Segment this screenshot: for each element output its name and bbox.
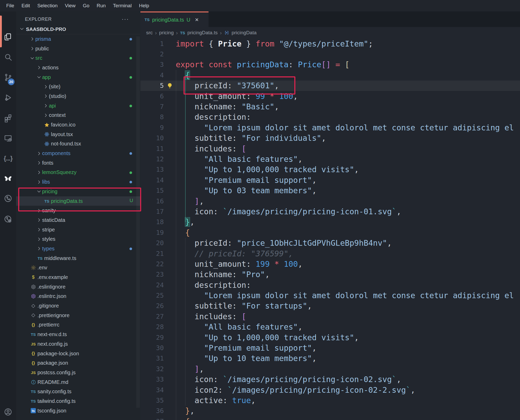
folder-stripe[interactable]: stripe: [16, 225, 140, 235]
activity-run-and-debug[interactable]: [0, 90, 16, 106]
folder-types[interactable]: types: [16, 244, 140, 254]
line-number[interactable]: 24: [140, 281, 164, 289]
line-number[interactable]: 10: [140, 134, 164, 142]
file-sanity-config-ts[interactable]: TSsanity.config.ts: [16, 387, 140, 396]
code-line-21[interactable]: 21 // priceId: "376599",: [140, 248, 520, 259]
activity-explorer[interactable]: [0, 29, 16, 46]
file-layout-tsx[interactable]: layout.tsx: [16, 130, 140, 139]
folder-styles[interactable]: styles: [16, 234, 140, 244]
root-folder-row[interactable]: SAASBOLD-PRO: [16, 24, 140, 34]
breadcrumb-item[interactable]: pricingData: [232, 30, 257, 36]
code-line-15[interactable]: 15 "Up to 03 team members",: [140, 185, 520, 196]
line-number[interactable]: 18: [140, 218, 164, 226]
code-line-6[interactable]: 6 unit_amount: 99 * 100,: [140, 91, 520, 101]
code-line-9[interactable]: 9 "Lorem ipsum dolor sit amet dolorol me…: [140, 122, 520, 133]
folder-prisma[interactable]: prisma: [16, 34, 140, 44]
code-line-18[interactable]: 18 },: [140, 217, 520, 227]
menu-run[interactable]: Run: [93, 0, 109, 11]
code-line-22[interactable]: 22 unit_amount: 199 * 100,: [140, 259, 520, 269]
code-line-31[interactable]: 31 "Up to 10 team members",: [140, 353, 520, 364]
menu-edit[interactable]: Edit: [18, 0, 34, 11]
code-line-19[interactable]: 19 {: [140, 227, 520, 238]
lightbulb-icon[interactable]: [164, 82, 176, 89]
code-line-12[interactable]: 12 "All basic features",: [140, 154, 520, 164]
line-number[interactable]: 36: [140, 407, 164, 415]
more-actions-icon[interactable]: ···: [122, 18, 129, 21]
file--eslintrc-json[interactable]: .eslintrc.json: [16, 292, 140, 301]
line-number[interactable]: 37: [140, 418, 164, 420]
folder-lemonsqueezy[interactable]: lemonSqueezy: [16, 168, 140, 177]
file-tsconfig-json[interactable]: tstsconfig.json: [16, 406, 140, 416]
line-number[interactable]: 33: [140, 376, 164, 383]
code-line-1[interactable]: 1import { Price } from "@/types/priceIte…: [140, 38, 520, 49]
line-number[interactable]: 6: [140, 92, 164, 100]
activity-source-control[interactable]: 20: [0, 70, 16, 86]
code-line-33[interactable]: 33 icon: `/images/pricing/pricing-icon-0…: [140, 374, 520, 385]
line-number[interactable]: 32: [140, 365, 164, 373]
activity-gitlens-extension[interactable]: [0, 211, 16, 228]
code-line-30[interactable]: 30 "Premium email support",: [140, 343, 520, 353]
code-line-29[interactable]: 29 "Up to 1,000,000 tracked visits",: [140, 332, 520, 343]
file--prettierrc[interactable]: {}.prettierrc: [16, 320, 140, 330]
menu-terminal[interactable]: Terminal: [109, 0, 135, 11]
file-favicon-ico[interactable]: favicon.ico: [16, 120, 140, 130]
file--env[interactable]: .env: [16, 263, 140, 273]
menu-go[interactable]: Go: [79, 0, 93, 11]
line-number[interactable]: 13: [140, 166, 164, 173]
code-line-7[interactable]: 7 nickname: "Basic",: [140, 101, 520, 112]
folder-src[interactable]: src: [16, 53, 140, 63]
menu-file[interactable]: File: [3, 0, 18, 11]
code-line-28[interactable]: 28 "All basic features",: [140, 322, 520, 332]
line-number[interactable]: 29: [140, 334, 164, 341]
line-number[interactable]: 22: [140, 260, 164, 268]
file--eslintignore[interactable]: .eslintignore: [16, 282, 140, 292]
line-number[interactable]: 30: [140, 344, 164, 352]
line-number[interactable]: 8: [140, 113, 164, 121]
line-number[interactable]: 31: [140, 355, 164, 362]
folder-components[interactable]: components: [16, 149, 140, 158]
file-readme-md[interactable]: README.md: [16, 377, 140, 387]
line-number[interactable]: 3: [140, 61, 164, 68]
code-line-25[interactable]: 25 "Lorem ipsum dolor sit amet dolorol m…: [140, 290, 520, 301]
code-editor[interactable]: 1import { Price } from "@/types/priceIte…: [140, 38, 520, 420]
file-middleware-ts[interactable]: TSmiddleware.ts: [16, 254, 140, 263]
code-line-26[interactable]: 26 subtitle: "For startups",: [140, 301, 520, 311]
folder-pricing[interactable]: pricing: [16, 187, 140, 196]
activity-account[interactable]: [0, 404, 16, 420]
line-number[interactable]: 12: [140, 155, 164, 163]
code-line-17[interactable]: 17 icon: `/images/pricing/pricing-icon-0…: [140, 206, 520, 217]
menu-selection[interactable]: Selection: [34, 0, 61, 11]
folder-sanity[interactable]: sanity: [16, 206, 140, 215]
folder-fonts[interactable]: fonts: [16, 158, 140, 168]
line-number[interactable]: 14: [140, 176, 164, 184]
code-line-24[interactable]: 24 description:: [140, 280, 520, 290]
file-next-config-js[interactable]: JSnext.config.js: [16, 339, 140, 349]
line-number[interactable]: 28: [140, 323, 164, 331]
folder-actions[interactable]: actions: [16, 63, 140, 72]
code-line-14[interactable]: 14 "Premium email support",: [140, 175, 520, 185]
breadcrumb-item[interactable]: src: [146, 30, 153, 36]
file-next-env-d-ts[interactable]: TSnext-env.d.ts: [16, 330, 140, 339]
menu-help[interactable]: Help: [135, 0, 153, 11]
file--prettierignore[interactable]: .prettierignore: [16, 311, 140, 320]
code-line-37[interactable]: 37 {: [140, 416, 520, 420]
file-pricingdata-ts[interactable]: TSpricingData.tsU: [16, 196, 140, 206]
line-number[interactable]: 1: [140, 40, 164, 48]
code-line-34[interactable]: 34 icon2: `/images/pricing/pricing-icon-…: [140, 385, 520, 395]
line-number[interactable]: 15: [140, 187, 164, 194]
line-number[interactable]: 35: [140, 397, 164, 404]
folder-staticdata[interactable]: staticData: [16, 215, 140, 225]
line-number[interactable]: 20: [140, 239, 164, 247]
code-line-23[interactable]: 23 nickname: "Pro",: [140, 269, 520, 280]
code-line-2[interactable]: 2: [140, 49, 520, 59]
code-line-4[interactable]: 4 {: [140, 70, 520, 80]
tab-pricingdata[interactable]: TS pricingData.ts U ×: [140, 11, 209, 27]
line-number[interactable]: 23: [140, 271, 164, 278]
activity-extensions[interactable]: [0, 110, 16, 127]
line-number[interactable]: 9: [140, 124, 164, 131]
code-line-11[interactable]: 11 includes: [: [140, 143, 520, 154]
activity-braces-extension[interactable]: {...}: [0, 150, 16, 167]
menu-view[interactable]: View: [61, 0, 79, 11]
code-line-36[interactable]: 36 },: [140, 406, 520, 416]
code-line-3[interactable]: 3export const pricingData: Price[] = [: [140, 59, 520, 70]
